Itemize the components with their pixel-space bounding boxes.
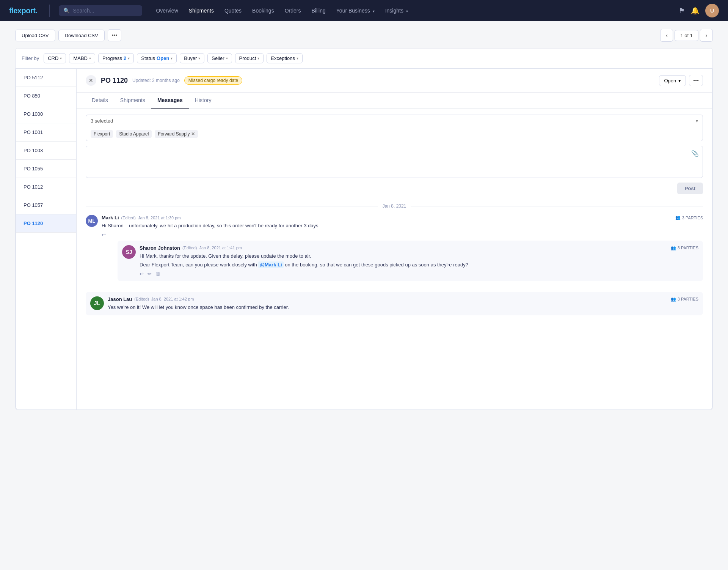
text-jason: Yes we're on it! We will let you know on… bbox=[108, 304, 698, 311]
chevron-down-icon[interactable]: ▾ bbox=[696, 118, 698, 124]
reply-sharon-content: Sharon Johnston (Edited) Jan 8, 2021 at … bbox=[140, 245, 698, 277]
parties-icon: 👥 bbox=[671, 297, 676, 302]
edited-mark-li: (Edited) bbox=[121, 216, 136, 220]
tab-shipments[interactable]: Shipments bbox=[114, 93, 151, 109]
filter-chip-seller[interactable]: Seller ▾ bbox=[207, 53, 232, 63]
recipient-chip-forward[interactable]: Forward Supply ✕ bbox=[155, 130, 198, 138]
reply-button-sharon[interactable]: ↩ bbox=[140, 271, 144, 277]
po-header: ✕ PO 1120 Updated: 3 months ago Missed c… bbox=[77, 69, 712, 93]
sidebar-item-po1055[interactable]: PO 1055 bbox=[16, 160, 76, 178]
filter-chip-progress[interactable]: Progress 2 ▾ bbox=[98, 53, 134, 63]
parties-count-jason: 3 PARTIES bbox=[678, 297, 698, 301]
more-options-button[interactable]: ••• bbox=[108, 29, 122, 41]
filter-progress-value: 2 bbox=[124, 55, 126, 61]
message-actions-mark-li: ↩ bbox=[102, 232, 703, 238]
nav-links: Overview Shipments Quotes Bookings Order… bbox=[151, 5, 670, 17]
parties-jason: 👥 3 PARTIES bbox=[671, 297, 698, 302]
sidebar-item-po1003[interactable]: PO 1003 bbox=[16, 142, 76, 160]
message-jason-lau: JL Jason Lau (Edited) Jan 8, 2021 at 1:4… bbox=[86, 292, 703, 316]
parties-icon: 👥 bbox=[671, 246, 676, 250]
compose-area[interactable]: 📎 bbox=[86, 146, 703, 178]
missed-cargo-badge: Missed cargo ready date bbox=[184, 76, 242, 85]
reply-button-mark-li[interactable]: ↩ bbox=[102, 232, 106, 238]
nav-shipments[interactable]: Shipments bbox=[184, 5, 218, 17]
edited-jason: (Edited) bbox=[134, 297, 149, 301]
filter-product-key: Product bbox=[239, 55, 256, 61]
status-button[interactable]: Open ▾ bbox=[659, 75, 686, 86]
sidebar-item-po1120[interactable]: PO 1120 bbox=[16, 214, 76, 233]
author-mark-li: Mark Li bbox=[102, 215, 119, 220]
bell-icon[interactable]: 🔔 bbox=[691, 6, 699, 15]
attachment-icon[interactable]: 📎 bbox=[691, 150, 699, 157]
flag-icon[interactable]: ⚑ bbox=[679, 6, 685, 15]
sidebar-item-po1057[interactable]: PO 1057 bbox=[16, 196, 76, 214]
filter-chip-mabd[interactable]: MABD ▾ bbox=[69, 53, 95, 63]
message-compose-input[interactable] bbox=[86, 146, 703, 176]
avatar-sharon: SJ bbox=[122, 245, 136, 259]
download-csv-button[interactable]: Download CSV bbox=[58, 30, 105, 41]
time-jason: Jan 8, 2021 at 1:42 pm bbox=[151, 297, 194, 301]
text-sharon-prefix: Dear Flexport Team, can you please work … bbox=[140, 262, 258, 268]
po-header-actions: Open ▾ ••• bbox=[659, 75, 703, 86]
nav-your-business[interactable]: Your Business ▾ bbox=[332, 5, 379, 17]
edit-button-sharon[interactable]: ✏ bbox=[147, 271, 152, 277]
upload-csv-button[interactable]: Upload CSV bbox=[15, 30, 55, 41]
delete-button-sharon[interactable]: 🗑 bbox=[155, 271, 160, 277]
recipient-forward-label: Forward Supply bbox=[158, 131, 190, 137]
filter-chip-status[interactable]: Status Open ▾ bbox=[137, 53, 177, 63]
filter-buyer-key: Buyer bbox=[184, 55, 197, 61]
logo: flexport. bbox=[9, 6, 37, 15]
pagination: ‹ 1 of 1 › bbox=[660, 29, 713, 42]
chevron-down-icon: ▾ bbox=[373, 9, 375, 13]
po-updated: Updated: 3 months ago bbox=[132, 78, 180, 83]
author-sharon: Sharon Johnston bbox=[140, 245, 180, 251]
remove-recipient-icon[interactable]: ✕ bbox=[191, 131, 195, 137]
parties-sharon: 👥 3 PARTIES bbox=[671, 246, 698, 250]
avatar-mark-li: ML bbox=[86, 215, 98, 227]
toolbar-row: Upload CSV Download CSV ••• ‹ 1 of 1 › bbox=[15, 29, 713, 42]
chevron-down-icon: ▾ bbox=[297, 56, 298, 60]
message-mark-li: ML Mark Li (Edited) Jan 8, 2021 at 1:39 … bbox=[86, 215, 703, 286]
filter-chip-product[interactable]: Product ▾ bbox=[235, 53, 264, 63]
sidebar-item-po1012[interactable]: PO 1012 bbox=[16, 178, 76, 196]
filter-by-label: Filter by bbox=[22, 55, 39, 61]
parties-icon: 👥 bbox=[675, 215, 681, 220]
reply-sharon-actions: ↩ ✏ 🗑 bbox=[140, 271, 698, 277]
tabs: Details Shipments Messages History bbox=[77, 93, 712, 109]
search-box[interactable]: 🔍 bbox=[59, 5, 142, 16]
post-button[interactable]: Post bbox=[677, 183, 703, 194]
search-input[interactable] bbox=[73, 8, 138, 14]
filter-chip-buyer[interactable]: Buyer ▾ bbox=[180, 53, 204, 63]
recipients-top: 3 selected ▾ bbox=[86, 115, 703, 127]
compose-actions: Post bbox=[86, 183, 703, 194]
filter-chip-exceptions[interactable]: Exceptions ▾ bbox=[267, 53, 303, 63]
tab-history[interactable]: History bbox=[189, 93, 218, 109]
chevron-down-icon: ▾ bbox=[60, 56, 62, 60]
nav-overview[interactable]: Overview bbox=[151, 5, 182, 17]
po-more-button[interactable]: ••• bbox=[689, 75, 703, 86]
text-mark-li: Hi Sharon – unfortunately, we hit a prod… bbox=[102, 222, 703, 230]
nav-billing[interactable]: Billing bbox=[307, 5, 330, 17]
reply-sharon-header: Sharon Johnston (Edited) Jan 8, 2021 at … bbox=[140, 245, 698, 251]
chevron-down-icon: ▾ bbox=[171, 56, 173, 60]
sidebar-item-po1000[interactable]: PO 1000 bbox=[16, 105, 76, 123]
sidebar-item-po5112[interactable]: PO 5112 bbox=[16, 69, 76, 87]
recipients-selector[interactable]: 3 selected ▾ Flexport Studio Apparel bbox=[86, 115, 703, 141]
filter-chip-crd[interactable]: CRD ▾ bbox=[44, 53, 66, 63]
nav-insights[interactable]: Insights ▾ bbox=[381, 5, 413, 17]
avatar-jason: JL bbox=[90, 296, 104, 310]
nav-bookings[interactable]: Bookings bbox=[248, 5, 279, 17]
message-mark-li-content: Mark Li (Edited) Jan 8, 2021 at 1:39 pm … bbox=[102, 215, 703, 286]
next-page-button[interactable]: › bbox=[700, 29, 713, 42]
tab-details[interactable]: Details bbox=[86, 93, 114, 109]
filter-seller-key: Seller bbox=[212, 55, 224, 61]
po-title: PO 1120 bbox=[101, 77, 128, 85]
sidebar-item-po850[interactable]: PO 850 bbox=[16, 87, 76, 105]
close-button[interactable]: ✕ bbox=[86, 75, 96, 86]
prev-page-button[interactable]: ‹ bbox=[660, 29, 673, 42]
sidebar-item-po1001[interactable]: PO 1001 bbox=[16, 123, 76, 142]
nav-quotes[interactable]: Quotes bbox=[220, 5, 246, 17]
nav-orders[interactable]: Orders bbox=[280, 5, 306, 17]
user-avatar[interactable]: U bbox=[705, 4, 719, 17]
tab-messages[interactable]: Messages bbox=[151, 93, 189, 109]
